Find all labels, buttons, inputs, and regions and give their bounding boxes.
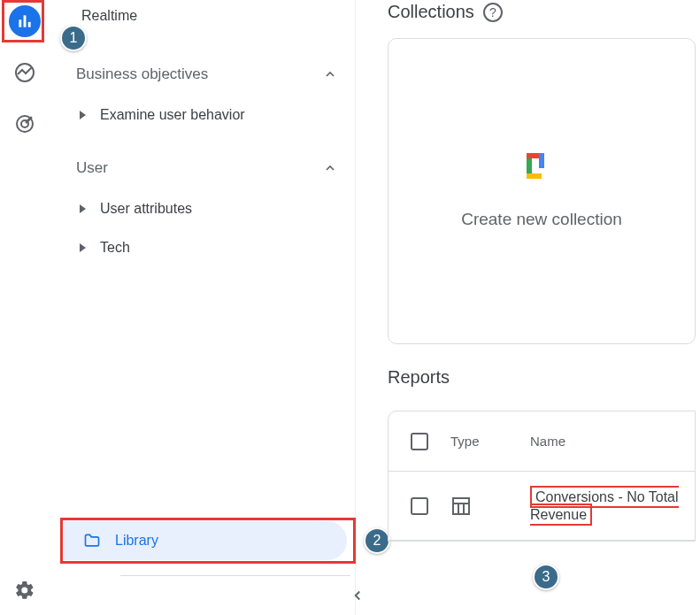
reports-heading: Reports: [388, 367, 700, 388]
column-header-type[interactable]: Type: [450, 434, 530, 449]
select-all-checkbox[interactable]: [411, 433, 428, 450]
svg-rect-0: [19, 19, 21, 27]
left-icon-rail: [0, 0, 50, 615]
chevron-up-icon: [323, 161, 337, 175]
nav-item-library[interactable]: Library: [64, 521, 347, 560]
svg-rect-2: [28, 22, 31, 27]
nav-item-label: Library: [115, 533, 158, 549]
table-report-icon: [450, 496, 472, 517]
chevron-up-icon: [323, 67, 337, 81]
settings-icon[interactable]: [12, 578, 37, 603]
nav-item-label: Realtime: [81, 8, 137, 24]
svg-rect-6: [453, 498, 469, 514]
collections-heading: Collections ?: [388, 2, 700, 22]
table-row[interactable]: Conversions - No Total Revenue: [388, 472, 695, 541]
help-icon[interactable]: ?: [483, 3, 503, 22]
expand-triangle-icon: [80, 243, 86, 252]
nav-item-user-attributes[interactable]: User attributes: [55, 189, 355, 228]
create-collection-label: Create new collection: [461, 210, 622, 229]
column-header-name[interactable]: Name: [530, 434, 695, 449]
nav-item-tech[interactable]: Tech: [55, 228, 355, 267]
row-checkbox[interactable]: [411, 497, 428, 515]
table-header-row: Type Name: [388, 411, 695, 472]
nav-item-label: User attributes: [100, 201, 192, 217]
nav-panel: Realtime Business objectives Examine use…: [55, 0, 356, 615]
nav-section-business-objectives[interactable]: Business objectives: [55, 53, 355, 96]
svg-rect-1: [24, 15, 27, 27]
nav-item-label: Tech: [100, 240, 130, 256]
reports-table: Type Name Conversions - No Total Revenue: [388, 411, 696, 542]
nav-section-label: Business objectives: [76, 65, 208, 83]
nav-section-user[interactable]: User: [55, 147, 355, 189]
nav-item-examine-user-behavior[interactable]: Examine user behavior: [55, 96, 355, 135]
collapse-nav-button[interactable]: [347, 585, 368, 606]
advertising-nav-icon[interactable]: [9, 108, 41, 140]
main-content: Collections ? Create new collection Repo…: [388, 0, 700, 615]
nav-item-label: Examine user behavior: [100, 107, 245, 123]
folder-icon: [83, 532, 101, 550]
reports-nav-icon[interactable]: [9, 5, 41, 37]
nav-section-label: User: [76, 159, 108, 177]
create-collection-card[interactable]: Create new collection: [388, 38, 696, 344]
divider: [120, 575, 350, 576]
explore-nav-icon[interactable]: [9, 57, 41, 88]
annotation-badge-2: 2: [364, 527, 390, 554]
expand-triangle-icon: [80, 204, 86, 213]
expand-triangle-icon: [80, 111, 86, 119]
section-title-text: Collections: [388, 2, 474, 22]
plus-icon: [527, 153, 557, 183]
report-name-cell: Conversions - No Total Revenue: [530, 486, 679, 526]
nav-item-realtime[interactable]: Realtime: [55, 0, 355, 35]
